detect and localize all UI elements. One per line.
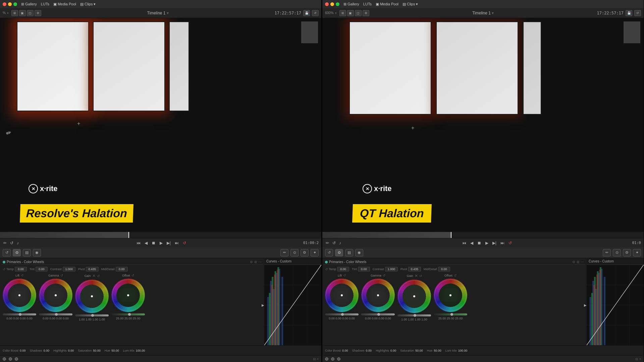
right-gain-reset[interactable]: ↺ [419, 274, 422, 278]
left-lift-slider[interactable] [3, 313, 36, 315]
primaries-settings-icon[interactable]: ⚙ [250, 260, 253, 264]
right-view-btn-3[interactable]: ◫ [355, 10, 362, 16]
left-lift-wheel[interactable] [3, 279, 36, 312]
middetail-input[interactable] [116, 267, 128, 272]
right-minimize-button[interactable] [330, 2, 334, 6]
gamma-reset[interactable]: ↺ [60, 274, 63, 277]
right-curves-gear-btn[interactable]: ⚙ [623, 249, 631, 256]
view-btn-4[interactable]: ⚙ [35, 10, 41, 16]
right-middetail-input[interactable] [438, 267, 450, 272]
right-go-start-btn[interactable]: ⏮ [462, 240, 467, 246]
audio-btn[interactable]: ♪ [16, 240, 19, 246]
prev-frame-btn[interactable]: ◀ [144, 240, 148, 246]
curves-gear-btn[interactable]: ⚙ [301, 249, 309, 256]
left-gain-wheel[interactable] [75, 280, 109, 313]
right-menu-item-clips[interactable]: ▤ Clips ▾ [402, 2, 418, 6]
save-btn[interactable]: 💾 [303, 10, 310, 16]
right-curves-canvas[interactable]: ▶ [587, 265, 644, 345]
view-btn-3[interactable]: ◫ [27, 10, 34, 16]
right-timeline-dropdown[interactable]: ▾ [492, 11, 494, 15]
right-play-btn[interactable]: ▶ [485, 240, 489, 246]
menu-item-clips[interactable]: ▤ Clips ▾ [80, 2, 96, 6]
color-log-btn[interactable]: ◉ [33, 249, 41, 256]
left-curves-canvas[interactable]: ▶ [264, 265, 321, 345]
right-primaries-reset-icon[interactable]: ⊞ [577, 260, 579, 264]
right-playhead[interactable] [451, 232, 451, 238]
close-button[interactable] [3, 2, 6, 6]
minimize-button[interactable] [8, 2, 12, 6]
right-color-reset-btn[interactable]: ↺ [325, 249, 333, 256]
right-go-end-btn[interactable]: ⏭ [500, 240, 505, 246]
primaries-reset-icon[interactable]: ⊞ [254, 260, 257, 264]
right-sync-btn[interactable]: ↺ [634, 10, 641, 16]
right-temp-input[interactable] [337, 267, 349, 272]
right-temp-reset[interactable]: ↺ [325, 267, 328, 271]
right-menu-item-gallery[interactable]: ⊞ Gallery [343, 2, 359, 6]
right-view-btn-2[interactable]: ▣ [347, 10, 354, 16]
tint-input[interactable] [36, 267, 48, 272]
right-gamma-wheel[interactable] [361, 279, 395, 312]
color-wheel-btn[interactable]: ⊙ [13, 249, 21, 256]
color-bar-btn[interactable]: ▤ [23, 249, 31, 256]
right-lift-reset[interactable]: ↺ [343, 274, 346, 277]
play-btn[interactable]: ▶ [159, 240, 163, 246]
right-primaries-more-icon[interactable]: ⋯ [581, 260, 584, 264]
menu-item-luts[interactable]: LUTs [41, 2, 49, 6]
pen-tool-btn[interactable]: ✏ [3, 240, 7, 246]
left-playhead[interactable] [128, 232, 129, 238]
temp-input[interactable] [15, 267, 27, 272]
view-btn-2[interactable]: ▣ [19, 10, 26, 16]
lift-reset[interactable]: ↺ [21, 274, 23, 277]
right-curves-reset-btn[interactable]: ✏ [603, 249, 611, 256]
left-playback-bar[interactable] [0, 232, 321, 238]
temp-reset[interactable]: ↺ [3, 267, 5, 271]
left-offset-wheel[interactable] [111, 279, 145, 312]
loop-btn[interactable]: ↺ [182, 240, 187, 246]
right-gamma-reset[interactable]: ↺ [383, 274, 385, 277]
curves-reset-btn[interactable]: ✏ [280, 249, 288, 256]
left-gamma-wheel[interactable] [39, 279, 72, 312]
right-loop-btn[interactable]: ↺ [508, 240, 513, 246]
next-frame-btn[interactable]: ▶| [166, 240, 171, 246]
left-gamma-slider[interactable] [39, 313, 72, 315]
right-gain-wheel[interactable] [397, 280, 431, 313]
undo-btn[interactable]: ↺ [9, 240, 14, 246]
right-fullscreen-button[interactable] [336, 2, 339, 6]
contrast-input[interactable] [63, 267, 75, 272]
right-menu-item-luts[interactable]: LUTs [363, 2, 372, 6]
sync-btn[interactable]: ↺ [312, 10, 319, 16]
color-reset-btn[interactable]: ↺ [3, 249, 11, 256]
menu-item-gallery[interactable]: ⊞ Gallery [21, 2, 37, 6]
right-pivot-input[interactable] [408, 267, 421, 272]
right-contrast-input[interactable] [385, 267, 398, 272]
right-primaries-settings-icon[interactable]: ⚙ [572, 260, 575, 264]
primaries-more-icon[interactable]: ⋯ [258, 260, 262, 264]
right-prev-frame-btn[interactable]: ◀ [470, 240, 474, 246]
timeline-dropdown[interactable]: ▾ [167, 11, 169, 15]
right-audio-btn[interactable]: ♪ [338, 240, 342, 246]
right-curves-view-btn[interactable]: ⊙ [613, 249, 621, 256]
right-view-btn-4[interactable]: ⚙ [363, 10, 369, 16]
offset-reset[interactable]: ↺ [131, 274, 134, 277]
right-view-btn-1[interactable]: ⊞ [339, 10, 346, 16]
right-lift-slider[interactable] [325, 313, 359, 315]
right-undo-btn[interactable]: ↺ [332, 240, 336, 246]
go-start-btn[interactable]: ⏮ [136, 240, 141, 246]
right-pen-tool-btn[interactable]: ✏ [325, 240, 330, 246]
right-lift-wheel[interactable] [325, 279, 359, 312]
right-playback-bar[interactable] [322, 232, 644, 238]
right-gain-slider[interactable] [397, 314, 431, 316]
curves-view-btn[interactable]: ⊙ [290, 249, 299, 256]
right-stop-btn[interactable]: ⏹ [477, 240, 482, 246]
left-gain-slider[interactable] [75, 314, 109, 316]
right-menu-item-mediapool[interactable]: ▣ Media Pool [376, 2, 398, 6]
pivot-input[interactable] [86, 267, 99, 272]
gain-reset[interactable]: ↺ [97, 274, 100, 278]
right-curves-eyedropper-btn[interactable]: ✦ [633, 249, 641, 256]
right-next-frame-btn[interactable]: ▶| [492, 240, 497, 246]
view-btn-1[interactable]: ⊞ [11, 10, 18, 16]
fullscreen-button[interactable] [13, 2, 17, 6]
menu-item-mediapool[interactable]: ▣ Media Pool [53, 2, 76, 6]
right-color-bar-btn[interactable]: ▤ [345, 249, 353, 256]
right-offset-wheel[interactable] [434, 279, 467, 312]
